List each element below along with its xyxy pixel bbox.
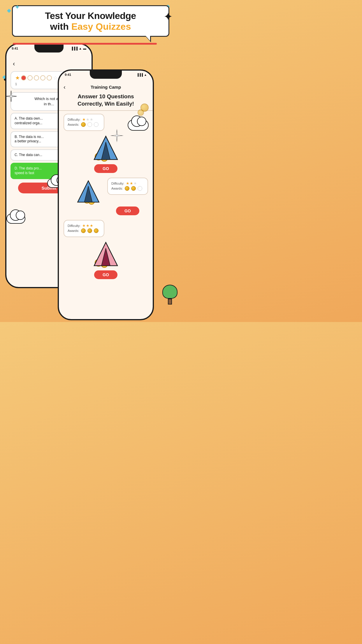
progress-current: 1 xyxy=(15,82,17,86)
battery-icon: ▬ xyxy=(83,47,86,50)
sparkle-top-right: ✦ xyxy=(164,11,173,22)
phone-back-status-bar: 9:41 ▐▐▐ ▲ ▬ xyxy=(6,47,92,50)
phone-front-content: ‹ Training Camp Answer 10 Questions Corr… xyxy=(59,82,153,319)
sparkle-between-phones xyxy=(110,128,124,144)
camp2-stars: ★ ★ ★ xyxy=(126,181,137,186)
tent2-wrapper xyxy=(72,178,104,206)
answer-b-text: B. The data is no...a better privacy... xyxy=(15,135,44,144)
camp1-star-1: ★ xyxy=(82,117,86,122)
front-title: Training Camp xyxy=(91,85,121,90)
progress-dot-1 xyxy=(21,75,26,80)
camp1-star-2: ★ xyxy=(86,117,89,122)
cloud-front-1 xyxy=(128,120,149,131)
camp3-star-1: ★ xyxy=(82,223,86,228)
go-button-3[interactable]: GO xyxy=(94,270,117,279)
phone-front: 9:41 ▐▐▐ ▲ ‹ Training Camp Answer 10 Que… xyxy=(58,69,154,320)
camp2-card-wrapper: Difficulty: ★ ★ ★ Awards: xyxy=(107,178,148,195)
camp-section-3: Difficulty: ★ ★ ★ Awards: xyxy=(64,220,148,279)
progress-dot-4 xyxy=(40,75,45,80)
camps-scroll-area[interactable]: Difficulty: ★ ★ ★ Awards: xyxy=(59,114,153,319)
tent3-container xyxy=(64,239,148,269)
camp3-stars: ★ ★ ★ xyxy=(82,223,93,228)
progress-dot-2 xyxy=(27,75,33,80)
sparkle-top-left: ✦ xyxy=(15,4,20,11)
answer-c-text: C. The data can... xyxy=(15,153,42,157)
camp2-star-2: ★ xyxy=(130,181,133,186)
banner-line1: Test Your Knowledge xyxy=(20,11,161,21)
phone-front-time: 9:41 xyxy=(65,73,71,76)
camp-card-1: Difficulty: ★ ★ ★ Awards: xyxy=(64,114,104,131)
front-main-heading: Answer 10 Questions Correctly, Win Easil… xyxy=(65,93,147,107)
front-header: ‹ Training Camp xyxy=(59,82,153,91)
camp2-award-2 xyxy=(131,186,136,191)
cloud-back-2 xyxy=(6,214,25,224)
camp3-difficulty-label: Difficulty: xyxy=(68,224,80,228)
camp-section-2: Difficulty: ★ ★ ★ Awards: xyxy=(64,178,148,215)
go-button-2[interactable]: GO xyxy=(116,206,139,215)
camp3-awards-row: Awards: xyxy=(68,228,100,233)
camp2-difficulty-label: Difficulty: xyxy=(111,182,124,185)
tent1-container xyxy=(64,133,148,162)
camp2-layout: Difficulty: ★ ★ ★ Awards: xyxy=(64,178,148,206)
camp3-awards-label: Awards: xyxy=(68,229,79,232)
camp1-difficulty-label: Difficulty: xyxy=(68,118,80,121)
camp3-star-2: ★ xyxy=(86,223,89,228)
wifi-icon: ▲ xyxy=(79,47,82,50)
banner-line2: with Easy Quizzes xyxy=(20,21,161,32)
phone-back-back-button[interactable]: ‹ xyxy=(10,59,87,69)
banner-line2-yellow: Easy Quizzes xyxy=(71,21,131,32)
camp3-award-2 xyxy=(87,228,92,233)
camp-card-3: Difficulty: ★ ★ ★ Awards: xyxy=(64,220,104,237)
progress-dot-5 xyxy=(47,75,52,80)
camp1-awards-row: Awards: xyxy=(68,122,100,127)
camp1-star-3: ★ xyxy=(90,117,93,122)
camp-section-1: Difficulty: ★ ★ ★ Awards: xyxy=(64,114,148,173)
camp1-awards-label: Awards: xyxy=(68,123,79,126)
front-signal-icon: ▐▐▐ xyxy=(137,73,143,76)
camp1-difficulty-row: Difficulty: ★ ★ ★ xyxy=(68,117,100,122)
tent2-svg xyxy=(72,178,104,205)
front-back-button[interactable]: ‹ xyxy=(64,84,66,90)
front-wifi-icon: ▲ xyxy=(144,73,147,76)
progress-star-empty: ☆ xyxy=(53,75,58,81)
sparkle-left-large xyxy=(5,90,17,103)
camp2-awards-label: Awards: xyxy=(111,187,123,190)
phone-front-status-bar: 9:41 ▐▐▐ ▲ xyxy=(59,73,153,76)
camp3-star-3: ★ xyxy=(90,223,93,228)
banner-line2-white: with xyxy=(50,21,71,32)
camp3-layout: Difficulty: ★ ★ ★ Awards: xyxy=(64,220,148,237)
header-banner: Test Your Knowledge with Easy Quizzes xyxy=(12,5,169,37)
camp1-award-1 xyxy=(81,122,86,127)
camp2-difficulty-row: Difficulty: ★ ★ ★ xyxy=(111,181,144,186)
camp2-awards-row: Awards: xyxy=(111,186,144,191)
tent3-svg xyxy=(88,239,123,269)
phone-back-time: 9:41 xyxy=(12,47,18,50)
camp1-award-3 xyxy=(94,122,99,127)
progress-dot-3 xyxy=(34,75,39,80)
camp3-award-1 xyxy=(81,228,86,233)
camp-card-2: Difficulty: ★ ★ ★ Awards: xyxy=(107,178,148,195)
camp3-difficulty-row: Difficulty: ★ ★ ★ xyxy=(68,223,100,228)
camp3-award-3 xyxy=(94,228,99,233)
phone-front-status-icons: ▐▐▐ ▲ xyxy=(137,73,147,76)
camp-layout-1: Difficulty: ★ ★ ★ Awards: xyxy=(64,114,148,131)
answer-d-text: D. The data pro...speed is fast xyxy=(15,166,42,175)
camp2-star-1: ★ xyxy=(126,181,129,186)
progress-star-filled: ★ xyxy=(15,75,20,81)
camp1-stars: ★ ★ ★ xyxy=(82,117,93,122)
go-button-1[interactable]: GO xyxy=(94,164,117,173)
front-main-title: Answer 10 Questions Correctly, Win Easil… xyxy=(59,91,153,107)
camp2-star-3: ★ xyxy=(133,181,137,186)
answer-a-text: A. The data own...centralized orga... xyxy=(15,116,43,125)
banner-red-underline xyxy=(13,43,157,45)
phone-back-status-icons: ▐▐▐ ▲ ▬ xyxy=(71,47,86,50)
signal-icon: ▐▐▐ xyxy=(71,47,78,50)
tree-right xyxy=(162,285,178,304)
camp1-award-2 xyxy=(87,122,92,127)
diamond-decoration-1 xyxy=(7,9,11,13)
camp2-award-3 xyxy=(138,186,142,191)
camp2-award-1 xyxy=(125,186,129,191)
coin-decoration-top2 xyxy=(138,109,144,116)
